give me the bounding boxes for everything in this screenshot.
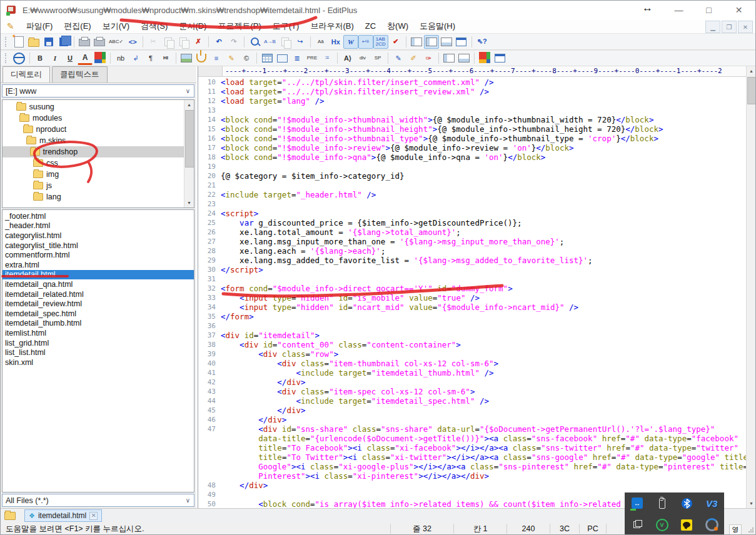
insert-image-icon[interactable] [179, 51, 194, 65]
copy-icon[interactable] [161, 35, 176, 49]
mdi-close-button[interactable]: ✕ [738, 21, 753, 33]
mdi-restore-button[interactable]: ❐ [722, 21, 737, 33]
file-item-itemdetail_qna-html[interactable]: itemdetail_qna.html [3, 279, 194, 289]
tree-scrollbar-thumb[interactable] [185, 110, 194, 168]
list-icon[interactable]: ∶≡ [320, 51, 335, 65]
font-color-icon[interactable]: A [78, 51, 93, 65]
redo-icon[interactable]: ↷ [226, 35, 241, 49]
tree-item-js[interactable]: js [3, 180, 194, 191]
save-icon[interactable] [41, 35, 56, 49]
tree-item-lang[interactable]: lang [3, 191, 194, 202]
menu-b[interactable]: 브라우저(B) [305, 20, 359, 32]
drive-selector[interactable]: [E:] www ∨ [2, 84, 194, 98]
char-a-icon[interactable]: Aā [313, 35, 328, 49]
quick-edit-icon[interactable]: ✎ [391, 51, 406, 65]
nbsp-icon[interactable]: nb [113, 51, 128, 65]
tree-scrollbar[interactable]: ▲ ▼ [184, 100, 194, 208]
scroll-down-icon[interactable]: ▼ [747, 499, 756, 508]
line-number-icon[interactable]: 1AB 2CD [373, 35, 388, 49]
find-icon[interactable] [247, 35, 262, 49]
menu-t[interactable]: 도구(T) [267, 20, 305, 32]
tree-item-susung[interactable]: susung [3, 101, 194, 112]
tree-item-img[interactable]: img [3, 169, 194, 180]
file-item-extra-html[interactable]: extra.html [3, 260, 194, 270]
pre-icon[interactable]: PRE [305, 51, 320, 65]
tree-item-mskins[interactable]: m.skins [3, 135, 194, 146]
tray-teamviewer[interactable]: ↔ [630, 496, 644, 510]
copyright-icon[interactable]: © [239, 51, 254, 65]
save-all-icon[interactable] [56, 35, 71, 49]
tab-close-icon[interactable]: ✕ [89, 512, 98, 520]
paragraph-icon[interactable]: ¶ [143, 51, 158, 65]
cut-icon[interactable]: ✂ [146, 35, 161, 49]
file-item-itemlist-html[interactable]: itemlist.html [3, 328, 194, 338]
close-button[interactable]: ✕ [725, 1, 753, 19]
spell-check-icon[interactable]: ABC✓ [107, 35, 125, 49]
toolbar-grip[interactable] [5, 37, 8, 47]
menu-e[interactable]: 편집(E) [58, 20, 96, 32]
scroll-up-icon[interactable]: ▲ [184, 100, 194, 109]
tray-color-swirl[interactable] [705, 518, 718, 532]
editor-scrollbar-thumb[interactable] [747, 77, 756, 104]
view-output-icon[interactable] [439, 35, 454, 49]
menu-d[interactable]: 문서(D) [173, 20, 212, 32]
paste-icon[interactable] [176, 35, 191, 49]
tray-kakaotalk[interactable] [680, 518, 693, 532]
file-item-categorylist_title-html[interactable]: categorylist_title.html [3, 241, 194, 251]
editor-scrollbar[interactable]: ▲ ▼ [746, 66, 756, 508]
maximize-button[interactable]: □ [695, 1, 723, 19]
window-split-icon[interactable] [492, 51, 507, 65]
new-file-icon[interactable] [11, 35, 26, 49]
file-item-itemdetail_review-html[interactable]: itemdetail_review.html [3, 299, 194, 309]
document-tab[interactable]: ❖ itemdetail.html ✕ [24, 509, 102, 522]
tray-bluetooth[interactable] [680, 496, 693, 510]
tree-item-nproduct[interactable]: nproduct [3, 124, 194, 135]
file-item-itemdetail_related-html[interactable]: itemdetail_related.html [3, 289, 194, 299]
mdi-minimize-button[interactable]: ▁ [705, 21, 720, 33]
file-item-list_list-html[interactable]: list_list.html [3, 348, 194, 358]
menu-s[interactable]: 검색(S) [135, 20, 173, 32]
minimize-button[interactable]: — [665, 1, 693, 19]
watch-mode-icon[interactable]: W [343, 35, 358, 49]
undo-icon[interactable]: ↶ [211, 35, 226, 49]
heading-icon[interactable]: HI [158, 51, 173, 65]
delete-icon[interactable]: ✗ [191, 35, 206, 49]
menu-zc[interactable]: ZC [360, 20, 381, 32]
menu-w[interactable]: 창(W) [381, 20, 414, 32]
font-tag-icon[interactable]: A⟩ [340, 51, 355, 65]
menu-v[interactable]: 보기(V) [97, 20, 135, 32]
menu-f[interactable]: 파일(F) [21, 20, 59, 32]
center-icon[interactable]: ≡ [209, 51, 224, 65]
div-box-icon[interactable] [275, 51, 290, 65]
html-tags-icon[interactable]: <> [125, 35, 140, 49]
line-break-icon[interactable]: ↲ [128, 51, 143, 65]
file-item-categorylist-html[interactable]: categorylist.html [3, 231, 194, 241]
tray-green-shield[interactable]: V [655, 518, 669, 532]
underline-icon[interactable]: U [63, 51, 78, 65]
color-grid-icon[interactable] [477, 51, 492, 65]
editor-area[interactable]: ----+----1----+----2----+----3----+----4… [198, 66, 756, 508]
tray-v3[interactable]: V3 [705, 496, 718, 510]
file-item-itemdetail_spec-html[interactable]: itemdetail_spec.html [3, 309, 194, 319]
file-item-list_grid-html[interactable]: list_grid.html [3, 338, 194, 348]
tree-item-trendshop[interactable]: trendshop [3, 146, 194, 158]
menu-h[interactable]: 도움말(H) [414, 20, 461, 32]
div-tag-icon[interactable]: div [355, 51, 370, 65]
file-item-itemdetail-html[interactable]: itemdetail.html [3, 270, 194, 280]
file-item-_header-html[interactable]: _header.html [3, 221, 194, 231]
panel-grid-icon[interactable] [456, 51, 471, 65]
tab-cliptext[interactable]: 클립텍스트 [52, 66, 108, 82]
user-tool-icon[interactable]: ✑ [421, 51, 436, 65]
menu-p[interactable]: 프로젝트(P) [212, 20, 266, 32]
browser-icon[interactable] [11, 51, 27, 65]
replace-icon[interactable]: A→B [262, 35, 278, 49]
tray-usb-drive[interactable] [655, 496, 669, 510]
folder-icon[interactable] [4, 512, 16, 520]
code-view[interactable]: 10<load target="../../tpl/skin.filter/in… [198, 78, 747, 508]
indent-icon[interactable]: ≣ [290, 51, 305, 65]
table-icon[interactable] [260, 51, 275, 65]
toolbar-grip[interactable] [5, 53, 8, 63]
view-sidebar-icon[interactable] [424, 35, 439, 49]
goto-line-icon[interactable]: ↪ [293, 35, 308, 49]
italic-icon[interactable]: I [48, 51, 63, 65]
